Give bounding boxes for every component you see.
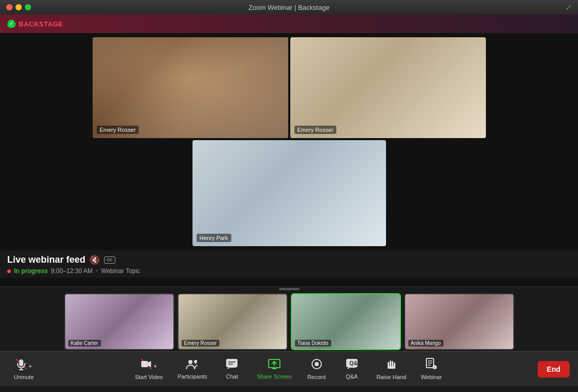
svg-rect-5 <box>141 361 148 367</box>
title-bar: Zoom Webinar | Backstage ⤢ <box>0 0 578 14</box>
backstage-label: BACKSTAGE <box>19 20 63 28</box>
raise-hand-button[interactable]: Raise Hand <box>372 356 411 382</box>
participants-button[interactable]: 2 Participants <box>172 356 212 382</box>
status-time: 9:00–12:30 AM <box>51 267 93 275</box>
live-feed-title: Live webinar feed 🔇 CC <box>7 254 571 265</box>
svg-rect-1 <box>19 359 23 366</box>
backstage-badge: ✓ BACKSTAGE <box>7 20 63 28</box>
svg-text:↑: ↑ <box>433 366 435 370</box>
webinar-button[interactable]: ↑ Webinar <box>416 356 447 382</box>
qa-icon: Q&A <box>346 358 358 372</box>
participant-name-2: Emery Rosser <box>294 126 337 134</box>
chat-label: Chat <box>226 373 238 380</box>
status-separator: • <box>96 267 98 275</box>
participant-thumb-4[interactable]: Anika Mango <box>404 293 514 350</box>
close-button[interactable] <box>6 4 12 10</box>
video-arrow: ▲ <box>153 363 158 368</box>
participant-thumb-2[interactable]: Emery Rosser <box>177 293 288 350</box>
shield-icon: ✓ <box>7 20 16 28</box>
main-content: Emery Rosser Emery Rosser Henry Park Liv… <box>0 33 578 287</box>
record-label: Record <box>307 374 325 380</box>
cc-icon: CC <box>104 257 115 264</box>
strip-scroll-area: Katie Carter Emery Rosser Tiana Dokidis … <box>4 293 574 350</box>
video-off-icon <box>140 358 153 372</box>
live-feed-status: In progress 9:00–12:30 AM • Webinar Topi… <box>7 267 571 275</box>
participants-label: Participants <box>177 373 207 380</box>
end-button[interactable]: End <box>538 361 570 378</box>
in-progress-text: In progress <box>14 267 48 275</box>
expand-icon[interactable]: ⤢ <box>566 3 572 11</box>
participants-icon: 2 <box>186 358 199 372</box>
live-feed-label: Live webinar feed <box>7 254 85 265</box>
thumb-name-1: Katie Carter <box>68 340 101 346</box>
live-feed-section: Live webinar feed 🔇 CC In progress 9:00–… <box>0 250 578 278</box>
qa-label: Q&A <box>346 373 358 380</box>
svg-text:2: 2 <box>195 361 197 365</box>
webinar-icon: ↑ <box>426 358 437 372</box>
webinar-label: Webinar <box>421 374 442 380</box>
svg-point-16 <box>315 362 319 366</box>
share-screen-icon <box>268 358 280 372</box>
video-cell-1: Emery Rosser <box>93 37 288 138</box>
participant-name-3: Henry Park <box>197 234 231 242</box>
strip-wrapper: Katie Carter Emery Rosser Tiana Dokidis … <box>4 288 574 350</box>
chat-icon <box>226 358 238 372</box>
svg-rect-9 <box>226 359 238 367</box>
video-grid: Emery Rosser Emery Rosser Henry Park <box>0 33 578 250</box>
video-row-top: Emery Rosser Emery Rosser <box>93 37 486 138</box>
svg-rect-23 <box>388 366 395 369</box>
record-icon <box>310 358 323 372</box>
unmute-button[interactable]: ▲ Unmute <box>8 356 39 382</box>
video-row-bottom: Henry Park <box>93 140 486 246</box>
start-video-button[interactable]: ▲ Start Video <box>130 356 168 382</box>
scroll-indicator <box>279 288 300 290</box>
maximize-button[interactable] <box>25 4 31 10</box>
video-cell-3: Henry Park <box>192 140 386 246</box>
status-topic: Webinar Topic <box>101 267 140 275</box>
start-video-label: Start Video <box>135 374 163 380</box>
thumb-name-3: Tiana Dokidis <box>295 340 331 346</box>
participants-strip: Katie Carter Emery Rosser Tiana Dokidis … <box>0 287 578 351</box>
toolbar: ▲ Unmute ▲ Start Video <box>0 351 578 386</box>
window-title: Zoom Webinar | Backstage <box>248 4 329 11</box>
record-button[interactable]: Record <box>301 356 332 382</box>
speaker-icon: 🔇 <box>90 255 100 265</box>
participant-name-1: Emery Rosser <box>97 126 139 134</box>
share-screen-button[interactable]: Share Screen <box>251 356 297 382</box>
raise-hand-label: Raise Hand <box>377 374 406 380</box>
in-progress-dot <box>7 269 11 273</box>
chat-button[interactable]: Chat <box>216 356 247 382</box>
svg-text:Q&A: Q&A <box>349 360 358 366</box>
thumb-name-4: Anika Mango <box>408 340 443 346</box>
raise-hand-icon <box>386 358 397 372</box>
mic-off-icon <box>15 358 27 372</box>
svg-point-6 <box>188 360 192 364</box>
thumb-name-2: Emery Rosser <box>182 340 219 346</box>
traffic-lights <box>6 4 31 10</box>
video-cell-2: Emery Rosser <box>290 37 486 138</box>
unmute-label: Unmute <box>14 374 34 380</box>
participant-thumb-1[interactable]: Katie Carter <box>64 293 174 350</box>
qa-button[interactable]: Q&A Q&A <box>336 356 367 382</box>
unmute-arrow: ▲ <box>28 363 33 368</box>
share-screen-label: Share Screen <box>257 373 291 380</box>
toolbar-center: ▲ Start Video 2 Participants <box>39 356 538 382</box>
minimize-button[interactable] <box>16 4 22 10</box>
backstage-bar: ✓ BACKSTAGE <box>0 14 578 33</box>
participant-thumb-3[interactable]: Tiana Dokidis <box>291 293 401 350</box>
